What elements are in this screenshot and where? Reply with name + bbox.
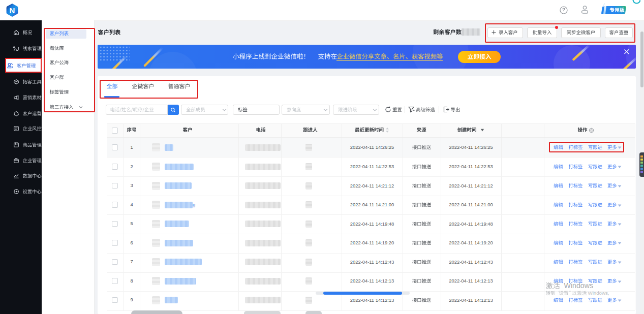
svg-text:N: N	[10, 6, 15, 15]
